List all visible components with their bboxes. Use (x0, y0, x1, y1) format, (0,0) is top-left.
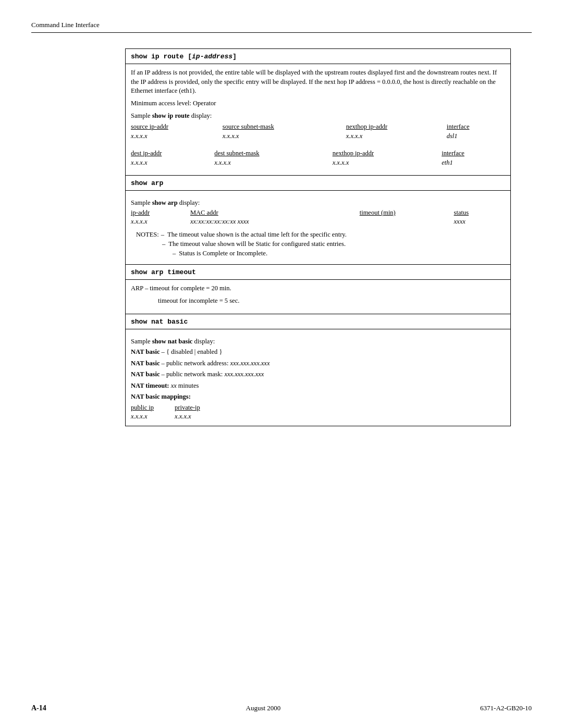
downstream-col-interface: interface (442, 149, 505, 158)
downstream-col-dest-ip: dest ip-addr (131, 149, 214, 158)
nat-basic-bold-3: NAT basic (131, 371, 160, 378)
show-nat-basic-sample-label: Sample show nat basic display: (131, 338, 505, 346)
upstream-data-source-subnet: x.x.x.x (223, 132, 346, 143)
upstream-header-row: source ip-addr source subnet-mask nextho… (131, 122, 505, 132)
downstream-header-row: dest ip-addr dest subnet-mask nexthop ip… (131, 149, 505, 158)
page-footer: A-14 August 2000 6371-A2-GB20-10 (31, 704, 532, 712)
nat-line-1: NAT basic – { disabled | enabled } (131, 348, 505, 357)
downstream-data-dest-subnet: x.x.x.x (214, 158, 333, 170)
show-arp-command: show arp (131, 179, 163, 187)
upstream-col-source-ip: source ip-addr (131, 122, 223, 132)
show-arp-body: Sample show arp display: ip-addr MAC add… (126, 191, 510, 265)
upstream-col-nexthop: nexthop ip-addr (346, 122, 447, 132)
upstream-data-nexthop: x.x.x.x (346, 132, 447, 143)
nat-timeout-bold: NAT timeout: (131, 382, 169, 389)
show-arp-timeout-body: ARP – timeout for complete = 20 min. tim… (126, 280, 510, 314)
nat-data-private-ip: x.x.x.x (175, 413, 221, 421)
show-ip-route-sample-cmd: show ip route (152, 112, 190, 119)
nat-data-public-ip: x.x.x.x (131, 413, 175, 421)
arp-data-ip: x.x.x.x (131, 218, 190, 229)
show-nat-basic-body: Sample show nat basic display: NAT basic… (126, 329, 510, 426)
upstream-col-interface: interface (447, 122, 505, 132)
show-arp-sample-label: Sample show arp display: (131, 199, 505, 207)
nat-basic-bold-1: NAT basic (131, 348, 160, 355)
nat-mappings-table: public ip private-ip x.x.x.x x.x.x.x (131, 404, 221, 421)
arp-header-row: ip-addr MAC addr timeout (min) status (131, 209, 505, 218)
notes-label: NOTES: (136, 231, 159, 239)
downstream-data-nexthop: x.x.x.x (333, 158, 442, 170)
note-text-1: The timeout value shown is the actual ti… (167, 231, 347, 239)
downstream-data-interface: eth1 (442, 158, 505, 170)
arp-timeout-line1: ARP – timeout for complete = 20 min. (131, 284, 505, 293)
arp-note-1: NOTES: – The timeout value shown is the … (131, 231, 505, 239)
footer-date: August 2000 (246, 704, 281, 712)
show-ip-route-cell: show ip route [ip-address] If an IP addr… (126, 49, 511, 426)
arp-data-mac: xx:xx:xx:xx:xx:xx xxxx (190, 218, 360, 229)
page-header: Command Line Interface (31, 21, 532, 33)
note-text-2: The timeout value shown will be Static f… (168, 240, 346, 248)
arp-col-status: status (454, 209, 505, 218)
upstream-col-source-subnet: source subnet-mask (223, 122, 346, 132)
nat-timeout-value: xx (171, 382, 177, 389)
arp-data-timeout (360, 218, 454, 229)
arp-data-status: xxxx (454, 218, 505, 229)
nat-basic-bold-2: NAT basic (131, 360, 160, 367)
show-ip-route-sample-label: Sample show ip route display: (131, 112, 505, 120)
nat-line-3: NAT basic – public network mask: xxx.xxx… (131, 370, 505, 379)
arp-col-mac: MAC addr (190, 209, 360, 218)
show-arp-header: show arp (126, 176, 510, 191)
note-dash-3: – (173, 250, 176, 257)
nat-col-private-ip: private-ip (175, 404, 221, 413)
arp-note-3: – Status is Complete or Incomplete. (131, 250, 505, 257)
main-content: show ip route [ip-address] If an IP addr… (125, 48, 511, 426)
show-ip-route-description: If an IP address is not provided, the en… (131, 68, 505, 96)
downstream-data-row: x.x.x.x x.x.x.x x.x.x.x eth1 (131, 158, 505, 170)
show-arp-timeout-header: show arp timeout (126, 265, 510, 280)
downstream-col-dest-subnet: dest subnet-mask (214, 149, 333, 158)
command-table: show ip route [ip-address] If an IP addr… (125, 48, 511, 426)
arp-col-timeout: timeout (min) (360, 209, 454, 218)
upstream-data-source-ip: x.x.x.x (131, 132, 223, 143)
show-ip-route-row: show ip route [ip-address] If an IP addr… (126, 49, 511, 426)
nat-col-public-ip: public ip (131, 404, 175, 413)
nat-basic-addr-value: xxx.xxx.xxx.xxx (230, 360, 270, 367)
downstream-col-nexthop: nexthop ip-addr (333, 149, 442, 158)
show-arp-timeout-command: show arp timeout (131, 268, 196, 276)
upstream-data-row: x.x.x.x x.x.x.x x.x.x.x dsl1 (131, 132, 505, 143)
arp-notes: NOTES: – The timeout value shown is the … (131, 231, 505, 257)
show-nat-basic-header: show nat basic (126, 314, 510, 329)
page-header-title: Command Line Interface (31, 21, 100, 29)
show-ip-route-body: If an IP address is not provided, the en… (126, 64, 510, 176)
nat-line-4: NAT timeout: xx minutes (131, 381, 505, 391)
arp-col-ip: ip-addr (131, 209, 190, 218)
arp-note-2: – The timeout value shown will be Static… (131, 240, 505, 248)
page-container: Command Line Interface show ip route [ip… (0, 0, 563, 728)
upstream-table: source ip-addr source subnet-mask nextho… (131, 122, 505, 143)
nat-map-data-row: x.x.x.x x.x.x.x (131, 413, 221, 421)
show-ip-route-min-access: Minimum access level: Operator (131, 99, 505, 108)
footer-doc-number: 6371-A2-GB20-10 (480, 704, 532, 712)
show-ip-route-header: show ip route [ip-address] (126, 49, 510, 64)
nat-line-2: NAT basic – public network address: xxx.… (131, 359, 505, 368)
nat-mappings-label-line: NAT basic mappings: (131, 392, 505, 402)
arp-timeout-line2: timeout for incomplete = 5 sec. (131, 297, 505, 306)
upstream-data-interface: dsl1 (447, 132, 505, 143)
downstream-data-dest-ip: x.x.x.x (131, 158, 214, 170)
show-arp-sample-cmd: show arp (152, 199, 178, 206)
note-text-3: Status is Complete or Incomplete. (179, 250, 267, 257)
arp-data-row: x.x.x.x xx:xx:xx:xx:xx:xx xxxx xxxx (131, 218, 505, 229)
show-nat-basic-command: show nat basic (131, 318, 188, 326)
downstream-table: dest ip-addr dest subnet-mask nexthop ip… (131, 149, 505, 170)
note-dash-1: – (161, 231, 164, 239)
show-nat-basic-sample-cmd: show nat basic (152, 338, 193, 345)
nat-mappings-label: NAT basic mappings: (131, 393, 191, 400)
nat-basic-mask-value: xxx.xxx.xxx.xxx (224, 371, 264, 378)
show-ip-route-command: show ip route [ip-address] (131, 53, 237, 60)
note-dash-2: – (162, 240, 165, 248)
nat-map-header-row: public ip private-ip (131, 404, 221, 413)
footer-page-number: A-14 (31, 704, 46, 712)
arp-display-table: ip-addr MAC addr timeout (min) status x.… (131, 209, 505, 229)
